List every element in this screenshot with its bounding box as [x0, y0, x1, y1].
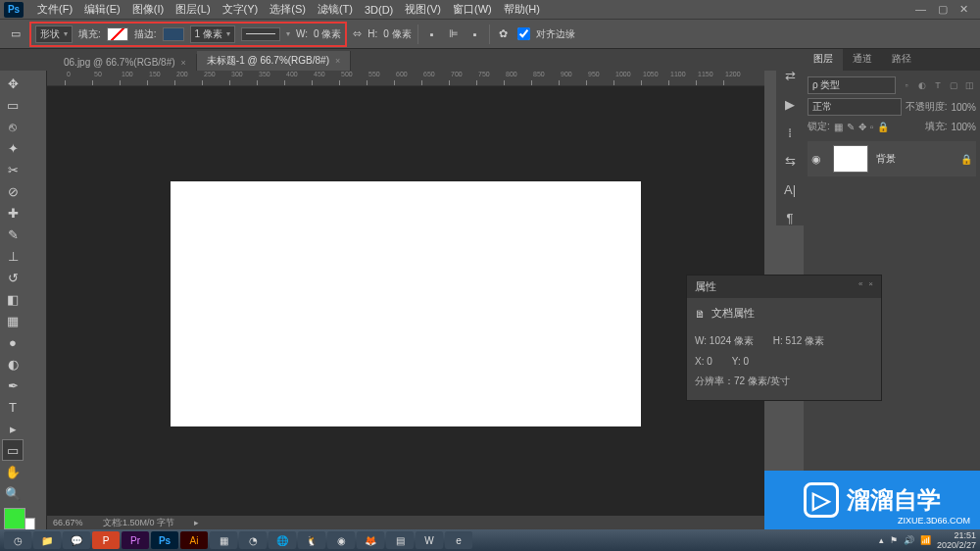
- tab-doc-2[interactable]: 未标题-1 @ 66.7%(RGB/8#) ×: [197, 51, 351, 71]
- eraser-tool[interactable]: ◧: [2, 288, 24, 310]
- tab-doc-1[interactable]: 06.jpg @ 66.7%(RGB/8#) ×: [54, 54, 197, 71]
- menu-filter[interactable]: 滤镜(T): [312, 0, 359, 19]
- doc-info[interactable]: 文档:1.50M/0 字节: [103, 517, 175, 529]
- gradient-tool[interactable]: ▦: [2, 310, 24, 331]
- wand-tool[interactable]: ✦: [2, 137, 24, 159]
- layer-name[interactable]: 背景: [876, 152, 896, 166]
- taskbar-ie[interactable]: e: [445, 531, 472, 549]
- shape-mode-dropdown[interactable]: 形状 ▾: [35, 25, 73, 43]
- taskbar-wps[interactable]: W: [416, 531, 443, 549]
- canvas[interactable]: [171, 181, 641, 426]
- filter-icon[interactable]: ◫: [962, 78, 976, 92]
- minimize-icon[interactable]: —: [915, 3, 926, 16]
- play-icon[interactable]: ▶: [785, 97, 795, 112]
- menu-image[interactable]: 图像(I): [126, 0, 170, 19]
- hand-tool[interactable]: ✋: [2, 461, 24, 482]
- taskbar-start[interactable]: ◷: [4, 531, 31, 549]
- lasso-tool[interactable]: ⎋: [2, 116, 24, 137]
- visibility-icon[interactable]: ◉: [811, 153, 825, 166]
- chevron-right-icon[interactable]: ▸: [194, 518, 199, 527]
- taskbar-app[interactable]: ▦: [210, 531, 237, 549]
- pen-tool[interactable]: ✒: [2, 375, 24, 396]
- filter-type-dropdown[interactable]: ρ 类型: [808, 76, 896, 94]
- tray-icon[interactable]: ⚑: [890, 535, 898, 545]
- filter-icon[interactable]: T: [931, 78, 945, 92]
- width-value[interactable]: 0 像素: [314, 27, 341, 41]
- history-brush-tool[interactable]: ↺: [2, 267, 24, 288]
- swap-icon[interactable]: ⇆: [785, 154, 796, 169]
- taskbar-powerpoint[interactable]: P: [92, 531, 120, 549]
- gear-icon[interactable]: ✿: [496, 26, 512, 42]
- blur-tool[interactable]: ●: [2, 331, 24, 353]
- tray-icon[interactable]: 🔊: [904, 535, 914, 545]
- taskbar-premiere[interactable]: Pr: [122, 531, 149, 549]
- filter-icon[interactable]: ◐: [915, 78, 929, 92]
- brush-tool[interactable]: ✎: [2, 224, 24, 245]
- heal-tool[interactable]: ✚: [2, 202, 24, 224]
- tab-channels[interactable]: 通道: [843, 49, 882, 71]
- close-icon[interactable]: ✕: [959, 3, 968, 16]
- fg-color-swatch[interactable]: [4, 508, 25, 529]
- layer-thumbnail[interactable]: [833, 145, 868, 173]
- stroke-swatch[interactable]: [163, 27, 184, 41]
- taskbar-illustrator[interactable]: Ai: [180, 531, 208, 549]
- move-tool[interactable]: ✥: [2, 73, 24, 94]
- tab-layers[interactable]: 图层: [804, 49, 843, 71]
- height-value[interactable]: 0 像素: [383, 27, 411, 41]
- canvas-area[interactable]: [47, 86, 764, 522]
- menu-help[interactable]: 帮助(H): [498, 0, 546, 19]
- menu-file[interactable]: 文件(F): [31, 0, 78, 19]
- path-ops-icon[interactable]: ▪: [424, 26, 440, 42]
- layer-row[interactable]: ◉ 背景 🔒: [808, 141, 976, 176]
- collapse-icon[interactable]: «: [858, 279, 862, 294]
- marquee-tool[interactable]: ▭: [2, 94, 24, 116]
- dodge-tool[interactable]: ◐: [2, 353, 24, 375]
- fill-value[interactable]: 100%: [951, 122, 976, 132]
- blend-mode-dropdown[interactable]: 正常: [808, 98, 902, 116]
- stroke-width-input[interactable]: 1 像素 ▾: [190, 25, 235, 43]
- brush-preset-icon[interactable]: ⁞: [788, 125, 792, 140]
- path-select-tool[interactable]: ▸: [2, 418, 24, 439]
- zoom-level[interactable]: 66.67%: [53, 518, 83, 527]
- lock-all-icon[interactable]: 🔒: [877, 122, 889, 132]
- maximize-icon[interactable]: ▢: [938, 3, 948, 16]
- crop-tool[interactable]: ✂: [2, 159, 24, 180]
- rectangle-tool[interactable]: ▭: [2, 439, 24, 461]
- stroke-style-dropdown[interactable]: [241, 27, 280, 41]
- opacity-value[interactable]: 100%: [951, 102, 976, 113]
- zoom-tool[interactable]: 🔍: [2, 482, 24, 504]
- close-icon[interactable]: ×: [181, 58, 186, 68]
- tray-icon[interactable]: ▴: [879, 535, 884, 545]
- link-icon[interactable]: ⬄: [353, 27, 362, 40]
- menu-type[interactable]: 文字(Y): [217, 0, 265, 19]
- align-icon[interactable]: ⊫: [446, 26, 462, 42]
- history-icon[interactable]: ⇄: [785, 69, 796, 83]
- paragraph-icon[interactable]: ¶: [787, 211, 794, 225]
- menu-window[interactable]: 窗口(W): [447, 0, 498, 19]
- taskbar-explorer[interactable]: 📁: [33, 531, 61, 549]
- filter-icon[interactable]: ▢: [947, 78, 960, 92]
- close-icon[interactable]: ×: [868, 279, 873, 294]
- taskbar-photoshop[interactable]: Ps: [151, 531, 178, 549]
- taskbar-app[interactable]: 🌐: [269, 531, 296, 549]
- taskbar-chrome[interactable]: ◉: [327, 531, 355, 549]
- align-edges-checkbox[interactable]: [517, 27, 530, 40]
- close-icon[interactable]: ×: [335, 56, 340, 66]
- type-tool[interactable]: T: [2, 396, 24, 418]
- lock-artboard-icon[interactable]: ▫: [870, 122, 874, 132]
- fill-swatch[interactable]: [107, 27, 128, 41]
- tab-paths[interactable]: 路径: [882, 49, 921, 71]
- lock-icon[interactable]: 🔒: [960, 154, 972, 165]
- menu-select[interactable]: 选择(S): [264, 0, 312, 19]
- tray-icon[interactable]: 📶: [920, 535, 931, 545]
- taskbar-firefox[interactable]: 🦊: [357, 531, 384, 549]
- taskbar-qq[interactable]: 🐧: [298, 531, 325, 549]
- filter-icon[interactable]: ▫: [900, 78, 913, 92]
- menu-edit[interactable]: 编辑(E): [78, 0, 126, 19]
- lock-move-icon[interactable]: ✥: [858, 122, 866, 132]
- taskbar-app[interactable]: ▤: [386, 531, 414, 549]
- char-icon[interactable]: A|: [784, 182, 796, 197]
- menu-view[interactable]: 视图(V): [399, 0, 447, 19]
- tool-preset-icon[interactable]: ▭: [8, 26, 24, 42]
- properties-header[interactable]: 属性 «×: [687, 276, 881, 298]
